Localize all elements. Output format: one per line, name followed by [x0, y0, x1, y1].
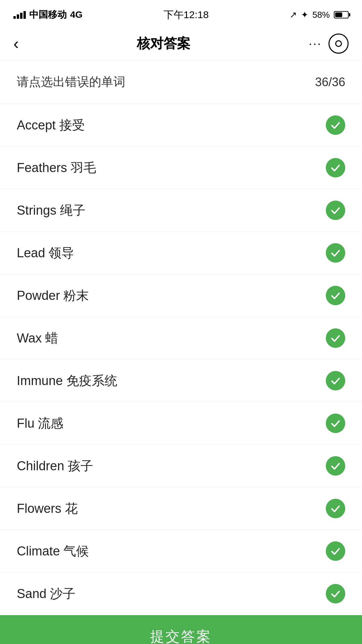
- record-inner-icon: [335, 40, 342, 47]
- word-item[interactable]: Wax 蜡: [0, 317, 362, 360]
- word-text: Strings 绳子: [17, 202, 85, 219]
- word-text: Children 孩子: [17, 458, 93, 475]
- back-button[interactable]: ‹: [13, 36, 19, 52]
- time-label: 下午12:18: [164, 8, 209, 22]
- page-title: 核对答案: [137, 34, 190, 53]
- check-icon: [326, 286, 345, 305]
- word-item[interactable]: Strings 绳子: [0, 189, 362, 232]
- word-item[interactable]: Lead 领导: [0, 232, 362, 274]
- word-text: Wax 蜡: [17, 330, 58, 347]
- word-list: Accept 接受 Feathers 羽毛 Strings 绳子 Lead 领导…: [0, 104, 362, 615]
- check-icon: [326, 541, 345, 561]
- word-text: Sand 沙子: [17, 585, 75, 602]
- word-item[interactable]: Powder 粉末: [0, 274, 362, 317]
- word-text: Powder 粉末: [17, 287, 89, 304]
- word-item[interactable]: Immune 免疫系统: [0, 360, 362, 402]
- status-icons: ↗ ✦ 58%: [290, 10, 349, 20]
- location-icon: ↗: [290, 10, 297, 20]
- check-icon: [326, 328, 345, 348]
- status-bar: 中国移动 4G 下午12:18 ↗ ✦ 58%: [0, 0, 362, 27]
- word-text: Lead 领导: [17, 245, 74, 262]
- score-label: 请点选出错误的单词: [17, 74, 125, 90]
- word-text: Flu 流感: [17, 415, 63, 432]
- word-item[interactable]: Flowers 花: [0, 487, 362, 530]
- check-icon: [326, 243, 345, 263]
- word-text: Immune 免疫系统: [17, 372, 117, 389]
- check-icon: [326, 499, 345, 518]
- word-item[interactable]: Sand 沙子: [0, 573, 362, 615]
- battery-percent: 58%: [312, 10, 330, 20]
- signal-icon: [13, 11, 26, 19]
- check-icon: [326, 158, 345, 177]
- word-item[interactable]: Children 孩子: [0, 445, 362, 487]
- score-section: 请点选出错误的单词 36/36: [0, 60, 362, 104]
- check-icon: [326, 414, 345, 433]
- more-button[interactable]: ···: [309, 38, 322, 50]
- word-text: Flowers 花: [17, 500, 78, 517]
- network-label: 4G: [70, 9, 82, 20]
- carrier-label: 中国移动: [29, 8, 67, 21]
- submit-area: 提交答案: [0, 615, 362, 644]
- check-icon: [326, 584, 345, 603]
- battery-icon: [334, 11, 349, 18]
- check-icon: [326, 115, 345, 135]
- carrier-info: 中国移动 4G: [13, 8, 82, 21]
- word-text: Climate 气候: [17, 543, 89, 560]
- record-button[interactable]: [328, 34, 349, 54]
- nav-bar: ‹ 核对答案 ···: [0, 27, 362, 60]
- word-text: Accept 接受: [17, 117, 85, 134]
- word-item[interactable]: Climate 气候: [0, 530, 362, 573]
- word-item[interactable]: Accept 接受: [0, 104, 362, 147]
- nav-actions: ···: [309, 34, 349, 54]
- check-icon: [326, 371, 345, 390]
- check-icon: [326, 456, 345, 476]
- word-item[interactable]: Feathers 羽毛: [0, 147, 362, 189]
- bluetooth-icon: ✦: [301, 10, 308, 20]
- word-item[interactable]: Flu 流感: [0, 402, 362, 445]
- submit-button[interactable]: 提交答案: [0, 615, 362, 644]
- check-icon: [326, 201, 345, 220]
- word-text: Feathers 羽毛: [17, 159, 96, 176]
- score-value: 36/36: [315, 75, 345, 89]
